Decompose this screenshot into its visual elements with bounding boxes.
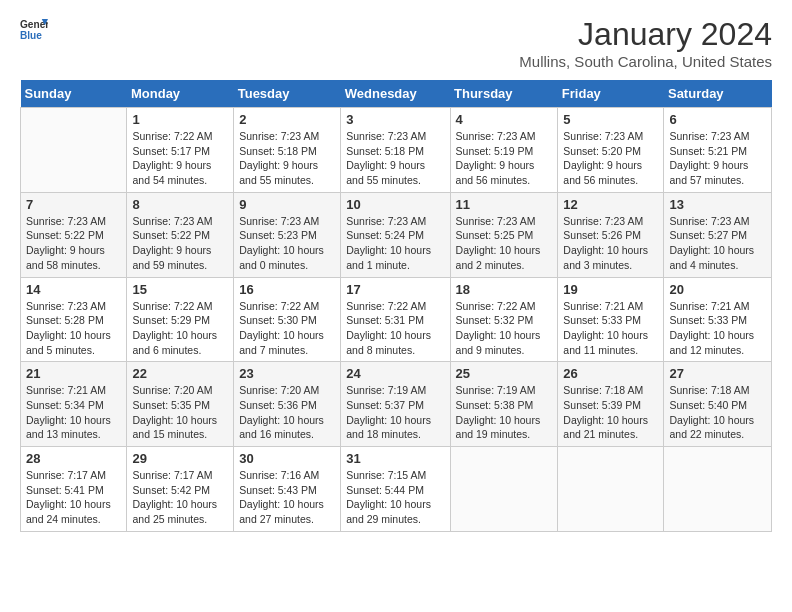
day-number: 18 (456, 282, 553, 297)
day-cell: 11Sunrise: 7:23 AMSunset: 5:25 PMDayligh… (450, 192, 558, 277)
day-cell (21, 108, 127, 193)
day-info: Sunrise: 7:18 AMSunset: 5:39 PMDaylight:… (563, 383, 658, 442)
day-info: Sunrise: 7:16 AMSunset: 5:43 PMDaylight:… (239, 468, 335, 527)
day-cell: 19Sunrise: 7:21 AMSunset: 5:33 PMDayligh… (558, 277, 664, 362)
day-cell: 5Sunrise: 7:23 AMSunset: 5:20 PMDaylight… (558, 108, 664, 193)
day-number: 10 (346, 197, 444, 212)
day-number: 2 (239, 112, 335, 127)
day-number: 19 (563, 282, 658, 297)
day-info: Sunrise: 7:23 AMSunset: 5:22 PMDaylight:… (132, 214, 228, 273)
day-info: Sunrise: 7:23 AMSunset: 5:27 PMDaylight:… (669, 214, 766, 273)
week-row-1: 1Sunrise: 7:22 AMSunset: 5:17 PMDaylight… (21, 108, 772, 193)
day-info: Sunrise: 7:23 AMSunset: 5:23 PMDaylight:… (239, 214, 335, 273)
day-info: Sunrise: 7:21 AMSunset: 5:34 PMDaylight:… (26, 383, 121, 442)
day-number: 4 (456, 112, 553, 127)
day-info: Sunrise: 7:20 AMSunset: 5:36 PMDaylight:… (239, 383, 335, 442)
day-number: 5 (563, 112, 658, 127)
calendar-table: SundayMondayTuesdayWednesdayThursdayFrid… (20, 80, 772, 532)
day-cell: 12Sunrise: 7:23 AMSunset: 5:26 PMDayligh… (558, 192, 664, 277)
day-number: 8 (132, 197, 228, 212)
day-number: 27 (669, 366, 766, 381)
day-info: Sunrise: 7:22 AMSunset: 5:29 PMDaylight:… (132, 299, 228, 358)
calendar-header: SundayMondayTuesdayWednesdayThursdayFrid… (21, 80, 772, 108)
week-row-2: 7Sunrise: 7:23 AMSunset: 5:22 PMDaylight… (21, 192, 772, 277)
day-cell: 30Sunrise: 7:16 AMSunset: 5:43 PMDayligh… (234, 447, 341, 532)
day-cell: 23Sunrise: 7:20 AMSunset: 5:36 PMDayligh… (234, 362, 341, 447)
day-info: Sunrise: 7:22 AMSunset: 5:31 PMDaylight:… (346, 299, 444, 358)
day-number: 7 (26, 197, 121, 212)
logo-icon: General Blue (20, 16, 48, 44)
day-info: Sunrise: 7:23 AMSunset: 5:28 PMDaylight:… (26, 299, 121, 358)
day-info: Sunrise: 7:23 AMSunset: 5:24 PMDaylight:… (346, 214, 444, 273)
day-header-thursday: Thursday (450, 80, 558, 108)
page-header: General Blue January 2024 Mullins, South… (20, 16, 772, 70)
day-number: 26 (563, 366, 658, 381)
day-info: Sunrise: 7:23 AMSunset: 5:18 PMDaylight:… (346, 129, 444, 188)
day-header-sunday: Sunday (21, 80, 127, 108)
day-cell: 10Sunrise: 7:23 AMSunset: 5:24 PMDayligh… (341, 192, 450, 277)
day-cell: 14Sunrise: 7:23 AMSunset: 5:28 PMDayligh… (21, 277, 127, 362)
day-cell: 28Sunrise: 7:17 AMSunset: 5:41 PMDayligh… (21, 447, 127, 532)
header-row: SundayMondayTuesdayWednesdayThursdayFrid… (21, 80, 772, 108)
week-row-3: 14Sunrise: 7:23 AMSunset: 5:28 PMDayligh… (21, 277, 772, 362)
day-info: Sunrise: 7:19 AMSunset: 5:37 PMDaylight:… (346, 383, 444, 442)
day-number: 11 (456, 197, 553, 212)
day-cell: 8Sunrise: 7:23 AMSunset: 5:22 PMDaylight… (127, 192, 234, 277)
day-cell: 13Sunrise: 7:23 AMSunset: 5:27 PMDayligh… (664, 192, 772, 277)
day-number: 9 (239, 197, 335, 212)
day-info: Sunrise: 7:23 AMSunset: 5:26 PMDaylight:… (563, 214, 658, 273)
day-cell: 16Sunrise: 7:22 AMSunset: 5:30 PMDayligh… (234, 277, 341, 362)
day-cell: 1Sunrise: 7:22 AMSunset: 5:17 PMDaylight… (127, 108, 234, 193)
day-info: Sunrise: 7:21 AMSunset: 5:33 PMDaylight:… (563, 299, 658, 358)
day-cell: 31Sunrise: 7:15 AMSunset: 5:44 PMDayligh… (341, 447, 450, 532)
day-number: 30 (239, 451, 335, 466)
day-header-friday: Friday (558, 80, 664, 108)
day-number: 29 (132, 451, 228, 466)
day-info: Sunrise: 7:22 AMSunset: 5:30 PMDaylight:… (239, 299, 335, 358)
day-cell: 27Sunrise: 7:18 AMSunset: 5:40 PMDayligh… (664, 362, 772, 447)
day-header-wednesday: Wednesday (341, 80, 450, 108)
day-number: 13 (669, 197, 766, 212)
day-cell (558, 447, 664, 532)
day-cell: 7Sunrise: 7:23 AMSunset: 5:22 PMDaylight… (21, 192, 127, 277)
day-cell: 21Sunrise: 7:21 AMSunset: 5:34 PMDayligh… (21, 362, 127, 447)
day-info: Sunrise: 7:23 AMSunset: 5:21 PMDaylight:… (669, 129, 766, 188)
day-info: Sunrise: 7:20 AMSunset: 5:35 PMDaylight:… (132, 383, 228, 442)
day-header-tuesday: Tuesday (234, 80, 341, 108)
day-number: 31 (346, 451, 444, 466)
day-info: Sunrise: 7:22 AMSunset: 5:17 PMDaylight:… (132, 129, 228, 188)
day-cell: 17Sunrise: 7:22 AMSunset: 5:31 PMDayligh… (341, 277, 450, 362)
day-cell: 3Sunrise: 7:23 AMSunset: 5:18 PMDaylight… (341, 108, 450, 193)
day-info: Sunrise: 7:22 AMSunset: 5:32 PMDaylight:… (456, 299, 553, 358)
day-info: Sunrise: 7:23 AMSunset: 5:20 PMDaylight:… (563, 129, 658, 188)
day-header-saturday: Saturday (664, 80, 772, 108)
day-cell: 15Sunrise: 7:22 AMSunset: 5:29 PMDayligh… (127, 277, 234, 362)
day-cell: 29Sunrise: 7:17 AMSunset: 5:42 PMDayligh… (127, 447, 234, 532)
day-cell (664, 447, 772, 532)
day-header-monday: Monday (127, 80, 234, 108)
day-number: 17 (346, 282, 444, 297)
day-number: 6 (669, 112, 766, 127)
day-info: Sunrise: 7:19 AMSunset: 5:38 PMDaylight:… (456, 383, 553, 442)
title-block: January 2024 Mullins, South Carolina, Un… (519, 16, 772, 70)
day-cell: 9Sunrise: 7:23 AMSunset: 5:23 PMDaylight… (234, 192, 341, 277)
day-info: Sunrise: 7:21 AMSunset: 5:33 PMDaylight:… (669, 299, 766, 358)
day-info: Sunrise: 7:17 AMSunset: 5:41 PMDaylight:… (26, 468, 121, 527)
week-row-5: 28Sunrise: 7:17 AMSunset: 5:41 PMDayligh… (21, 447, 772, 532)
day-cell: 2Sunrise: 7:23 AMSunset: 5:18 PMDaylight… (234, 108, 341, 193)
day-cell: 4Sunrise: 7:23 AMSunset: 5:19 PMDaylight… (450, 108, 558, 193)
day-number: 1 (132, 112, 228, 127)
day-info: Sunrise: 7:23 AMSunset: 5:25 PMDaylight:… (456, 214, 553, 273)
logo: General Blue (20, 16, 48, 44)
day-info: Sunrise: 7:23 AMSunset: 5:19 PMDaylight:… (456, 129, 553, 188)
day-info: Sunrise: 7:23 AMSunset: 5:18 PMDaylight:… (239, 129, 335, 188)
day-number: 20 (669, 282, 766, 297)
day-info: Sunrise: 7:23 AMSunset: 5:22 PMDaylight:… (26, 214, 121, 273)
day-info: Sunrise: 7:15 AMSunset: 5:44 PMDaylight:… (346, 468, 444, 527)
day-number: 12 (563, 197, 658, 212)
day-cell: 18Sunrise: 7:22 AMSunset: 5:32 PMDayligh… (450, 277, 558, 362)
day-number: 15 (132, 282, 228, 297)
day-cell: 20Sunrise: 7:21 AMSunset: 5:33 PMDayligh… (664, 277, 772, 362)
day-cell: 26Sunrise: 7:18 AMSunset: 5:39 PMDayligh… (558, 362, 664, 447)
day-number: 28 (26, 451, 121, 466)
